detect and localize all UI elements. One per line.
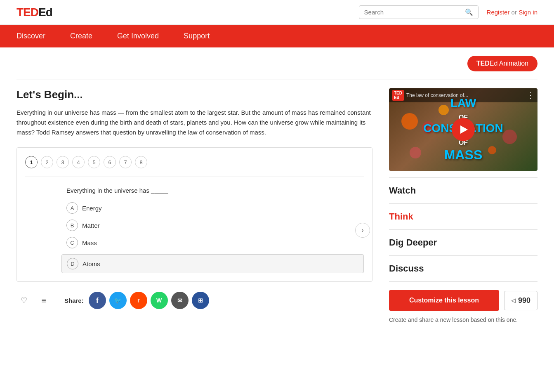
quiz-box: 1 2 3 4 5 6 7 8 Everything in the univer… xyxy=(17,147,372,282)
nav-get-involved[interactable]: Get Involved xyxy=(117,32,159,40)
nav-create[interactable]: Create xyxy=(70,32,92,40)
option-circle-d[interactable]: D xyxy=(67,258,78,269)
search-icon: 🔍 xyxy=(465,8,473,16)
answer-text-c: Mass xyxy=(82,239,97,246)
logo[interactable]: TEDEd xyxy=(17,6,52,19)
question-num-5[interactable]: 5 xyxy=(88,156,100,168)
main-nav: Discover Create Get Involved Support xyxy=(0,25,554,47)
answer-text-b: Matter xyxy=(82,222,100,229)
customize-section: Customize this lesson ◁ 990 xyxy=(389,290,537,311)
share-facebook-button[interactable]: f xyxy=(89,292,106,309)
nav-support[interactable]: Support xyxy=(184,32,210,40)
register-link[interactable]: Register xyxy=(487,9,510,16)
right-column: TEDEd The law of conservation of... ⋮ LA… xyxy=(389,88,537,324)
lesson-tabs: Watch Think Dig Deeper Discuss xyxy=(389,177,537,282)
quiz-divider xyxy=(25,177,364,177)
share-whatsapp-button[interactable]: W xyxy=(151,292,168,309)
customize-count: 990 xyxy=(518,296,530,305)
answer-a[interactable]: A Energy xyxy=(66,202,364,214)
quiz-inner: Everything in the universe has _____ A E… xyxy=(25,187,364,273)
share-other-button[interactable]: ⊞ xyxy=(192,292,209,309)
animation-badge[interactable]: TEDEd Animation xyxy=(467,56,537,71)
customize-button[interactable]: Customize this lesson xyxy=(389,290,499,311)
search-box[interactable]: 🔍 xyxy=(359,5,479,19)
animation-badge-container: TEDEd Animation xyxy=(0,47,554,76)
question-num-8[interactable]: 8 xyxy=(135,156,147,168)
left-column: Let's Begin... Everything in our univers… xyxy=(17,88,372,324)
bottom-bar: ♡ ≡ Share: f 🐦 r W ✉ ⊞ xyxy=(17,292,372,309)
signin-link[interactable]: Sign in xyxy=(519,9,537,16)
badge-prefix: TED xyxy=(476,60,490,67)
video-thumbnail[interactable]: TEDEd The law of conservation of... ⋮ LA… xyxy=(389,88,537,171)
add-to-list-button[interactable]: ≡ xyxy=(36,293,51,308)
lesson-title: Let's Begin... xyxy=(17,88,372,101)
option-circle-a[interactable]: A xyxy=(66,202,78,214)
answer-options: A Energy B Matter C Mass D Atoms xyxy=(66,202,364,273)
header-right: 🔍 Register or Sign in xyxy=(359,5,537,19)
count-arrow-icon: ◁ xyxy=(511,297,516,304)
answer-c[interactable]: C Mass xyxy=(66,237,364,248)
tab-discuss[interactable]: Discuss xyxy=(389,256,537,282)
favorite-button[interactable]: ♡ xyxy=(17,293,31,308)
badge-suffix: Ed Animation xyxy=(490,60,528,67)
share-label: Share: xyxy=(64,297,84,304)
logo-ed: Ed xyxy=(38,6,52,19)
search-input[interactable] xyxy=(364,9,465,16)
answer-text-d: Atoms xyxy=(83,260,100,267)
tab-think[interactable]: Think xyxy=(389,204,537,230)
play-arrow-icon xyxy=(460,125,468,134)
answer-d[interactable]: D Atoms xyxy=(61,254,364,273)
auth-links: Register or Sign in xyxy=(487,9,537,16)
answer-b[interactable]: B Matter xyxy=(66,220,364,231)
share-twitter-button[interactable]: 🐦 xyxy=(109,292,127,309)
question-num-1[interactable]: 1 xyxy=(25,156,38,168)
option-circle-b[interactable]: B xyxy=(66,220,78,231)
option-circle-c[interactable]: C xyxy=(66,237,78,248)
question-text: Everything in the universe has _____ xyxy=(66,187,364,194)
share-reddit-button[interactable]: r xyxy=(130,292,147,309)
nav-discover[interactable]: Discover xyxy=(17,32,45,40)
question-numbers: 1 2 3 4 5 6 7 8 xyxy=(25,156,364,168)
customize-description: Create and share a new lesson based on t… xyxy=(389,316,537,324)
section-divider xyxy=(17,80,537,80)
question-num-2[interactable]: 2 xyxy=(41,156,53,168)
question-num-6[interactable]: 6 xyxy=(104,156,116,168)
share-email-button[interactable]: ✉ xyxy=(171,292,189,309)
question-num-3[interactable]: 3 xyxy=(57,156,69,168)
tab-dig-deeper[interactable]: Dig Deeper xyxy=(389,230,537,256)
lesson-description: Everything in our universe has mass — fr… xyxy=(17,108,372,137)
site-header: TEDEd 🔍 Register or Sign in xyxy=(0,0,554,25)
main-content: Let's Begin... Everything in our univers… xyxy=(0,88,554,324)
tab-watch[interactable]: Watch xyxy=(389,178,537,204)
auth-separator: or xyxy=(509,9,519,16)
question-num-4[interactable]: 4 xyxy=(72,156,85,168)
answer-text-a: Energy xyxy=(82,205,102,212)
question-num-7[interactable]: 7 xyxy=(119,156,132,168)
logo-ted: TED xyxy=(17,6,38,19)
play-button[interactable] xyxy=(452,118,475,141)
share-icons: f 🐦 r W ✉ ⊞ xyxy=(89,292,209,309)
count-badge: ◁ 990 xyxy=(504,291,537,310)
next-question-button[interactable]: › xyxy=(355,223,370,238)
